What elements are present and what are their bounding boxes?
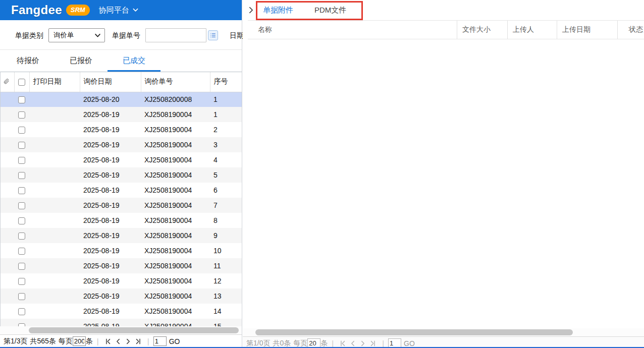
table-row[interactable]: 2025-08-19XJ25081900041 bbox=[1, 107, 242, 122]
checkbox-cell bbox=[14, 92, 29, 107]
inquiry-date-cell: 2025-08-19 bbox=[80, 107, 141, 122]
checkbox-cell bbox=[14, 258, 29, 273]
table-row[interactable]: 2025-08-19XJ250819000413 bbox=[1, 288, 242, 304]
scrollbar-thumb[interactable] bbox=[29, 327, 239, 333]
row-checkbox[interactable] bbox=[18, 263, 25, 270]
attachment-cell bbox=[1, 243, 14, 258]
last-page-icon[interactable] bbox=[133, 336, 143, 346]
inquiry-date-cell: 2025-08-19 bbox=[80, 304, 141, 319]
table-row[interactable]: 2025-08-19XJ250819000414 bbox=[1, 304, 242, 319]
attachment-panel: 单据附件 PDM文件 名称 文件大小 上传人 上传日期 状态 第1/0页 共0条… bbox=[243, 0, 644, 348]
row-checkbox[interactable] bbox=[18, 172, 25, 179]
row-checkbox[interactable] bbox=[18, 111, 25, 119]
print-date-cell bbox=[29, 107, 80, 122]
doc-type-select[interactable]: 询价单 bbox=[48, 28, 105, 42]
checkbox-cell bbox=[14, 183, 29, 198]
goto-page-input[interactable] bbox=[153, 336, 167, 346]
col-inquiry-no[interactable]: 询价单号 bbox=[141, 72, 210, 92]
table-row[interactable]: 2025-08-19XJ25081900042 bbox=[1, 122, 242, 137]
tab-pending-quote[interactable]: 待报价 bbox=[2, 50, 55, 72]
doc-no-input[interactable] bbox=[145, 28, 206, 42]
row-checkbox[interactable] bbox=[18, 96, 25, 103]
seq-cell: 3 bbox=[210, 137, 242, 152]
seq-cell: 15 bbox=[210, 319, 242, 326]
select-all-checkbox[interactable] bbox=[18, 79, 25, 86]
per-page-unit: 条 bbox=[320, 339, 328, 348]
print-date-cell bbox=[29, 319, 80, 326]
chevron-right-icon[interactable] bbox=[246, 6, 255, 15]
inquiry-date-cell: 2025-08-19 bbox=[80, 288, 141, 304]
right-horizontal-scrollbar[interactable] bbox=[243, 328, 644, 336]
row-checkbox[interactable] bbox=[18, 157, 25, 164]
date-filter-label: 日期 bbox=[230, 31, 244, 40]
inquiry-date-cell: 2025-08-19 bbox=[80, 152, 141, 167]
row-checkbox[interactable] bbox=[18, 293, 25, 300]
row-checkbox[interactable] bbox=[18, 217, 25, 224]
attachment-cell bbox=[1, 152, 14, 167]
col-status[interactable]: 状态 bbox=[617, 21, 644, 39]
table-row[interactable]: 2025-08-19XJ25081900047 bbox=[1, 198, 242, 213]
doc-type-selected-value: 询价单 bbox=[53, 31, 74, 40]
seq-cell: 4 bbox=[210, 152, 242, 167]
table-row[interactable]: 2025-08-20XJ25082000081 bbox=[1, 92, 242, 107]
table-row[interactable]: 2025-08-19XJ25081900045 bbox=[1, 167, 242, 183]
row-checkbox[interactable] bbox=[18, 127, 25, 134]
col-file-size[interactable]: 文件大小 bbox=[457, 21, 507, 39]
row-checkbox[interactable] bbox=[18, 308, 25, 315]
chevron-down-icon[interactable] bbox=[133, 8, 138, 12]
table-row[interactable]: 2025-08-19XJ250819000415 bbox=[1, 319, 242, 326]
row-checkbox[interactable] bbox=[18, 248, 25, 255]
checkbox-cell bbox=[14, 273, 29, 288]
list-lookup-icon[interactable] bbox=[208, 30, 218, 40]
tab-pdm-files[interactable]: PDM文件 bbox=[310, 0, 350, 20]
row-checkbox[interactable] bbox=[18, 202, 25, 209]
print-date-cell bbox=[29, 92, 80, 107]
attachment-cell bbox=[1, 258, 14, 273]
seq-cell: 6 bbox=[210, 183, 242, 198]
per-page-input[interactable] bbox=[73, 336, 86, 346]
checkbox-cell bbox=[14, 319, 29, 326]
table-row[interactable]: 2025-08-19XJ250819000411 bbox=[1, 258, 242, 273]
row-checkbox[interactable] bbox=[18, 142, 25, 149]
row-checkbox[interactable] bbox=[18, 278, 25, 285]
col-seq[interactable]: 序号 bbox=[210, 72, 242, 92]
table-row[interactable]: 2025-08-19XJ25081900044 bbox=[1, 152, 242, 167]
table-row[interactable]: 2025-08-19XJ250819000410 bbox=[1, 243, 242, 258]
prev-page-icon[interactable] bbox=[113, 336, 123, 346]
row-checkbox[interactable] bbox=[18, 233, 25, 240]
inquiry-no-cell: XJ2508190004 bbox=[141, 258, 210, 273]
table-row[interactable]: 2025-08-19XJ250819000412 bbox=[1, 273, 242, 288]
go-button[interactable]: GO bbox=[404, 339, 415, 347]
platform-menu[interactable]: 协同平台 bbox=[99, 6, 129, 15]
filter-bar: 单据类别 询价单 单据单号 日期 bbox=[0, 20, 242, 50]
table-row[interactable]: 2025-08-19XJ25081900043 bbox=[1, 137, 242, 152]
inquiry-no-cell: XJ2508190004 bbox=[141, 228, 210, 243]
inquiry-no-cell: XJ2508190004 bbox=[141, 198, 210, 213]
col-uploader[interactable]: 上传人 bbox=[507, 21, 557, 39]
tab-quoted[interactable]: 已报价 bbox=[55, 50, 108, 72]
per-page-unit: 条 bbox=[86, 337, 93, 346]
table-row[interactable]: 2025-08-19XJ25081900049 bbox=[1, 228, 242, 243]
inquiry-date-cell: 2025-08-20 bbox=[80, 92, 141, 107]
attachment-cell bbox=[1, 228, 14, 243]
scrollbar-thumb[interactable] bbox=[255, 329, 573, 335]
tab-doc-attachments[interactable]: 单据附件 bbox=[259, 0, 297, 20]
attachment-tabs-bar: 单据附件 PDM文件 bbox=[243, 0, 644, 20]
table-row[interactable]: 2025-08-19XJ25081900048 bbox=[1, 213, 242, 228]
col-upload-date[interactable]: 上传日期 bbox=[557, 21, 617, 39]
inquiry-date-cell: 2025-08-19 bbox=[80, 228, 141, 243]
next-page-icon[interactable] bbox=[123, 336, 133, 346]
total-count: 共565条 bbox=[30, 337, 56, 346]
col-print-date[interactable]: 打印日期 bbox=[29, 72, 80, 92]
col-file-name[interactable]: 名称 bbox=[248, 21, 457, 39]
attachment-cell bbox=[1, 92, 14, 107]
col-inquiry-date[interactable]: 询价日期 bbox=[80, 72, 141, 92]
tab-deal-done[interactable]: 已成交 bbox=[108, 50, 160, 72]
seq-cell: 10 bbox=[210, 243, 242, 258]
row-checkbox[interactable] bbox=[18, 187, 25, 194]
table-row[interactable]: 2025-08-19XJ25081900046 bbox=[1, 183, 242, 198]
first-page-icon[interactable] bbox=[103, 336, 113, 346]
go-button[interactable]: GO bbox=[169, 337, 180, 345]
left-horizontal-scrollbar[interactable] bbox=[0, 326, 242, 334]
right-pagination-bar: 第1/0页 共0条 每页 条 | | GO bbox=[243, 336, 644, 348]
